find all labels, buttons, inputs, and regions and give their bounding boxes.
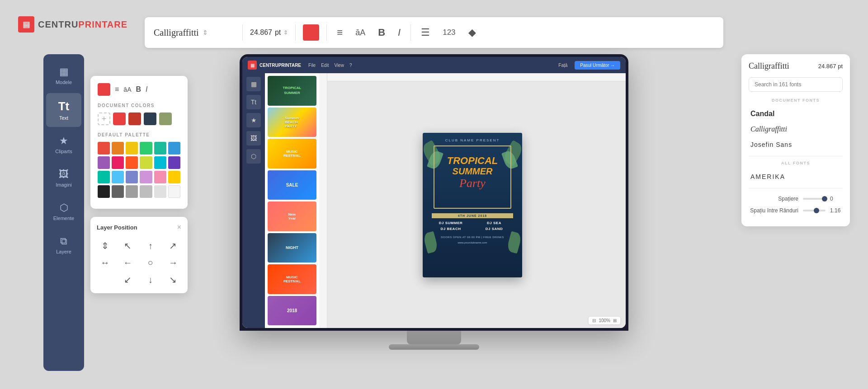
palette-lavender[interactable]	[140, 171, 152, 183]
layer-btn-right[interactable]: →	[165, 258, 181, 268]
layer-btn-left[interactable]: ←	[119, 258, 136, 268]
palette-deeporange[interactable]	[126, 156, 138, 169]
layer-close-btn[interactable]: ×	[177, 223, 181, 231]
palette-white[interactable]	[168, 185, 180, 198]
randuri-thumb[interactable]	[814, 208, 819, 213]
font-item-calligra[interactable]: Calligraffitti	[749, 122, 843, 136]
align-icon[interactable]: ≡	[334, 25, 345, 40]
strip-icon-3[interactable]: ★	[246, 113, 261, 127]
font-size-arrows[interactable]: ⇕	[283, 29, 288, 36]
font-item-america[interactable]: AMERIKA	[749, 170, 843, 183]
sidebar-item-imagini[interactable]: 🖼 Imagini	[46, 162, 81, 194]
layer-btn-top-right[interactable]: ↗	[165, 240, 181, 251]
spaciere-thumb[interactable]	[822, 196, 827, 202]
template-7[interactable]: MUSICFESTIVAL	[268, 264, 316, 294]
layer-btn-horiz-center[interactable]: ↔	[97, 258, 113, 268]
strip-icon-2[interactable]: Tt	[246, 95, 261, 109]
spaciere-value: 0	[830, 196, 843, 202]
sidebar-item-elemente[interactable]: ⬡ Elemente	[46, 196, 81, 227]
palette-darkgray[interactable]	[112, 185, 124, 198]
fill-icon[interactable]: ◆	[466, 25, 479, 40]
add-color-btn[interactable]: +	[98, 112, 110, 125]
layer-grid: ⇕ ↖ ↑ ↗ ↔ ← ○ → ↙ ↓ ↘	[97, 239, 181, 287]
spaciere-slider[interactable]	[803, 198, 826, 200]
cliparts-icon: ★	[59, 135, 68, 147]
palette-green[interactable]	[140, 142, 152, 155]
template-8[interactable]: 2018	[268, 296, 316, 326]
cp-case-icon[interactable]: āA	[123, 86, 131, 93]
randuri-slider[interactable]	[803, 210, 826, 211]
monitor-menu-help[interactable]: ?	[349, 63, 352, 68]
sidebar-item-modele[interactable]: ▦ Modele	[46, 60, 81, 91]
palette-indigo[interactable]	[168, 156, 180, 169]
number-icon[interactable]: 123	[440, 26, 458, 39]
palette-gray[interactable]	[126, 185, 138, 198]
doc-swatch-3[interactable]	[144, 112, 156, 125]
list-icon[interactable]: ☰	[418, 25, 433, 40]
cp-align-icon[interactable]: ≡	[115, 85, 119, 94]
doc-swatch-4[interactable]	[159, 112, 172, 125]
palette-lime[interactable]	[140, 156, 152, 169]
palette-yellow[interactable]	[126, 142, 138, 155]
strip-icon-5[interactable]: ⬡	[246, 149, 261, 164]
monitor-next-btn[interactable]: Pasul Următor →	[575, 61, 620, 70]
palette-cyan[interactable]	[154, 156, 166, 169]
template-3[interactable]: MUSICFESTIVAL	[268, 139, 316, 169]
template-1[interactable]: TROPICALSUMMER	[268, 76, 316, 106]
layer-btn-top-left[interactable]: ↖	[119, 240, 136, 251]
sidebar-item-cliparts[interactable]: ★ Cliparts	[46, 129, 81, 160]
template-6[interactable]: NIGHT	[268, 233, 316, 263]
font-item-josefin[interactable]: Josefin Sans	[749, 138, 843, 151]
font-arrows[interactable]: ⇕	[203, 29, 208, 37]
cp-bold-icon[interactable]: B	[136, 85, 141, 94]
layer-btn-bottom-right[interactable]: ↘	[165, 274, 181, 285]
divider-3	[326, 24, 327, 41]
color-swatch-toolbar[interactable]	[303, 24, 319, 41]
case-icon[interactable]: āA	[353, 26, 368, 39]
font-size-selector[interactable]: 24.867 pt ⇕	[250, 28, 288, 37]
zoom-minus[interactable]: ⊟	[592, 318, 596, 323]
palette-lightgray[interactable]	[154, 185, 166, 198]
cp-italic-icon[interactable]: I	[146, 85, 147, 94]
layer-btn-bottom-left[interactable]: ↙	[119, 274, 136, 285]
palette-rose[interactable]	[154, 171, 166, 183]
doc-swatch-2[interactable]	[128, 112, 141, 125]
palette-red[interactable]	[98, 142, 110, 155]
palette-amber[interactable]	[168, 171, 180, 183]
monitor-canvas[interactable]: CLUB NAME PRESENT TROPICAL SUMMER Party …	[319, 73, 626, 328]
palette-emerald[interactable]	[98, 171, 110, 183]
palette-blue[interactable]	[168, 142, 180, 155]
cp-color-swatch[interactable]	[98, 83, 110, 96]
strip-icon-1[interactable]: ▦	[246, 77, 261, 91]
sidebar-item-layere[interactable]: ⧉ Layere	[46, 229, 81, 261]
italic-icon[interactable]: I	[395, 25, 403, 40]
layer-btn-center[interactable]: ○	[142, 258, 159, 268]
palette-lightblue[interactable]	[112, 171, 124, 183]
font-selector[interactable]: Calligraffitti ⇕	[154, 28, 235, 38]
font-item-candal[interactable]: Candal	[749, 107, 843, 121]
monitor-menu-file[interactable]: File	[308, 63, 316, 68]
strip-icon-4[interactable]: 🖼	[246, 131, 261, 145]
monitor-menu-view[interactable]: View	[334, 63, 344, 68]
palette-orange[interactable]	[112, 142, 124, 155]
layer-btn-top[interactable]: ↑	[142, 240, 159, 251]
layer-btn-bottom[interactable]: ↓	[142, 274, 159, 285]
palette-periwinkle[interactable]	[126, 171, 138, 183]
monitor-menu-edit[interactable]: Edit	[321, 63, 329, 68]
template-5[interactable]: NewYear	[268, 202, 316, 231]
palette-grid	[98, 142, 180, 198]
template-4[interactable]: SALE	[268, 170, 316, 200]
font-search-input[interactable]	[749, 77, 843, 92]
font-size-value: 24.867	[250, 28, 272, 37]
palette-medgray[interactable]	[140, 185, 152, 198]
sidebar-item-text[interactable]: Tt Text	[46, 93, 81, 127]
palette-purple[interactable]	[98, 156, 110, 169]
layer-btn-vert-center[interactable]: ⇕	[97, 240, 113, 251]
doc-swatch-1[interactable]	[113, 112, 126, 125]
palette-black[interactable]	[98, 185, 110, 198]
bold-icon[interactable]: B	[375, 25, 388, 40]
palette-teal[interactable]	[154, 142, 166, 155]
zoom-plus[interactable]: ⊞	[613, 318, 617, 323]
template-2[interactable]: SummerBEACHPARTY	[268, 108, 316, 137]
palette-pink[interactable]	[112, 156, 124, 169]
